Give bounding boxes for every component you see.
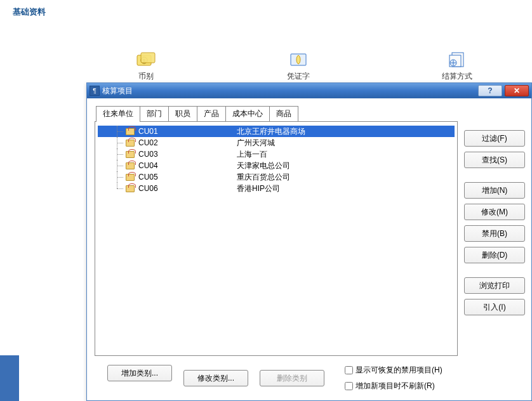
- bg-icon-label: 凭证字: [279, 71, 317, 82]
- item-name: 香港HIP公司: [237, 183, 280, 194]
- bg-icon-label: 币别: [127, 71, 165, 82]
- disable-button[interactable]: 禁用(B): [464, 225, 525, 242]
- settle-icon: [447, 51, 467, 69]
- app-icon: ¶: [90, 86, 100, 96]
- bg-icon-currency[interactable]: $ 币别: [127, 51, 165, 82]
- delete-category-button[interactable]: 删除类别: [260, 370, 324, 386]
- item-code: CU03: [138, 150, 237, 159]
- add-category-button[interactable]: 增加类别...: [107, 365, 172, 381]
- side-strip: [0, 355, 19, 401]
- checkbox-label: 增加新项目时不刷新(R): [356, 381, 435, 391]
- close-icon: ✕: [514, 86, 520, 95]
- tab-0[interactable]: 往来单位: [96, 106, 140, 122]
- tree-row[interactable]: CU02广州天河城: [98, 137, 455, 148]
- item-code: CU06: [138, 184, 237, 193]
- tree-row[interactable]: CU04天津家电总公司: [98, 160, 455, 171]
- item-name: 重庆百货总公司: [237, 172, 290, 183]
- item-name: 北京王府井电器商场: [237, 126, 305, 137]
- import-button[interactable]: 引入(I): [464, 299, 525, 315]
- checkbox-input[interactable]: [345, 382, 353, 390]
- delete-button[interactable]: 删除(D): [464, 247, 525, 263]
- dialog-title: 核算项目: [102, 86, 133, 96]
- bg-icon-label: 结算方式: [438, 71, 476, 82]
- bg-icon-settle[interactable]: 结算方式: [438, 51, 476, 82]
- tree-branch: [113, 148, 126, 160]
- tree-branch: [113, 126, 126, 137]
- tab-5[interactable]: 商品: [269, 106, 298, 121]
- tree-branch: [113, 183, 126, 194]
- item-icon: [126, 173, 136, 181]
- item-code: CU01: [138, 127, 237, 136]
- tree-row[interactable]: CU03上海一百: [98, 148, 455, 160]
- item-icon: [126, 161, 136, 170]
- tree-branch: [113, 171, 126, 183]
- item-code: CU05: [138, 173, 237, 181]
- add-button[interactable]: 增加(N): [464, 182, 525, 199]
- item-code: CU02: [138, 138, 237, 147]
- show-disabled-checkbox[interactable]: 显示可恢复的禁用项目(H): [345, 365, 442, 376]
- bg-icon-voucher[interactable]: 凭证字: [279, 51, 317, 82]
- tab-4[interactable]: 成本中心: [225, 106, 270, 121]
- item-icon: [126, 127, 136, 136]
- titlebar[interactable]: ¶ 核算项目 ? ✕: [87, 83, 531, 98]
- item-icon: [126, 184, 136, 193]
- filter-button[interactable]: 过滤(F): [464, 130, 525, 147]
- item-name: 广州天河城: [237, 138, 275, 148]
- help-button[interactable]: ?: [478, 85, 502, 96]
- checkbox-input[interactable]: [345, 366, 353, 374]
- tree-branch: [113, 160, 126, 171]
- print-button[interactable]: 浏览打印: [464, 277, 525, 294]
- close-button[interactable]: ✕: [505, 85, 529, 96]
- tree-branch: [113, 137, 126, 148]
- accounting-item-dialog: ¶ 核算项目 ? ✕ 往来单位部门职员产品成本中心商品 CU01北京王府井电器商…: [86, 82, 532, 401]
- tab-panel: CU01北京王府井电器商场CU02广州天河城CU03上海一百CU04天津家电总公…: [95, 121, 458, 356]
- tab-strip: 往来单位部门职员产品成本中心商品: [96, 106, 458, 121]
- item-name: 上海一百: [237, 149, 267, 160]
- voucher-icon: [288, 51, 309, 69]
- tab-2[interactable]: 职员: [168, 106, 197, 121]
- item-code: CU04: [138, 161, 237, 170]
- edit-button[interactable]: 修改(M): [464, 204, 525, 220]
- tab-1[interactable]: 部门: [140, 106, 169, 121]
- money-icon: $: [136, 51, 156, 69]
- item-tree[interactable]: CU01北京王府井电器商场CU02广州天河城CU03上海一百CU04天津家电总公…: [95, 122, 457, 198]
- item-icon: [126, 150, 136, 159]
- tree-row[interactable]: CU06香港HIP公司: [98, 183, 455, 194]
- tree-row[interactable]: CU01北京王府井电器商场: [98, 126, 455, 137]
- side-button-column: 过滤(F) 查找(S) 增加(N) 修改(M) 禁用(B) 删除(D) 浏览打印…: [464, 98, 531, 400]
- bottom-bar: 增加类别... 修改类别... 删除类别 显示可恢复的禁用项目(H) 增加新项目…: [95, 356, 458, 395]
- checkbox-label: 显示可恢复的禁用项目(H): [356, 365, 442, 376]
- item-icon: [126, 138, 136, 147]
- svg-rect-3: [141, 53, 155, 63]
- tree-row[interactable]: CU05重庆百货总公司: [98, 171, 455, 183]
- tab-3[interactable]: 产品: [197, 106, 226, 121]
- item-name: 天津家电总公司: [237, 161, 290, 171]
- page-heading: 基础资料: [13, 6, 46, 18]
- edit-category-button[interactable]: 修改类别...: [183, 370, 248, 386]
- find-button[interactable]: 查找(S): [464, 152, 525, 168]
- no-refresh-checkbox[interactable]: 增加新项目时不刷新(R): [345, 381, 442, 391]
